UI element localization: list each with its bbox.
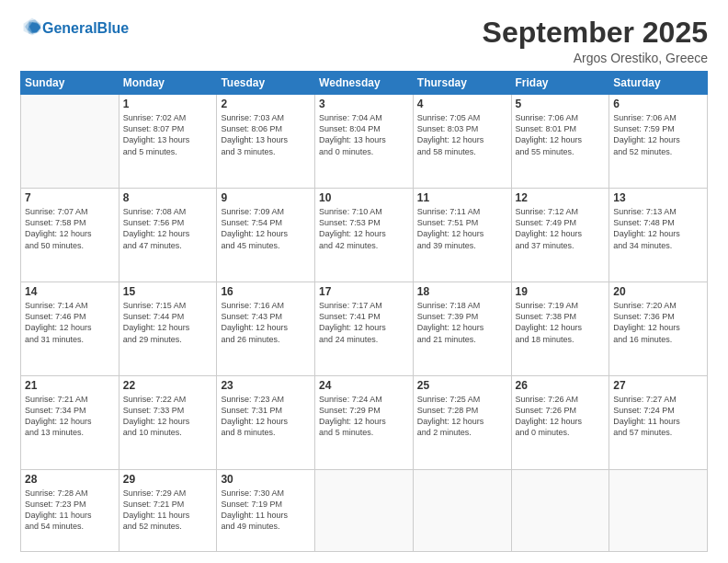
- logo-icon: [22, 17, 42, 37]
- day-number: 23: [221, 379, 311, 392]
- day-number: 10: [319, 191, 409, 204]
- header-sunday: Sunday: [21, 72, 119, 95]
- table-row: 27Sunrise: 7:27 AM Sunset: 7:24 PM Dayli…: [609, 376, 708, 470]
- cell-daylight-info: Sunrise: 7:21 AM Sunset: 7:34 PM Dayligh…: [25, 394, 115, 439]
- header-monday: Monday: [119, 72, 217, 95]
- cell-daylight-info: Sunrise: 7:27 AM Sunset: 7:24 PM Dayligh…: [613, 394, 703, 439]
- day-number: 27: [613, 379, 703, 392]
- cell-daylight-info: Sunrise: 7:06 AM Sunset: 8:01 PM Dayligh…: [516, 112, 606, 157]
- day-number: 19: [516, 285, 606, 298]
- table-row: [315, 470, 414, 552]
- day-number: 4: [417, 98, 507, 110]
- title-block: September 2025 Argos Orestiko, Greece: [483, 17, 708, 65]
- table-row: 5Sunrise: 7:06 AM Sunset: 8:01 PM Daylig…: [511, 95, 609, 189]
- logo-blue: Blue: [97, 20, 130, 36]
- day-number: 14: [25, 285, 115, 298]
- table-row: 19Sunrise: 7:19 AM Sunset: 7:38 PM Dayli…: [511, 282, 609, 376]
- cell-daylight-info: Sunrise: 7:30 AM Sunset: 7:19 PM Dayligh…: [221, 488, 311, 533]
- day-number: 29: [123, 473, 213, 486]
- location-subtitle: Argos Orestiko, Greece: [483, 51, 708, 65]
- cell-daylight-info: Sunrise: 7:24 AM Sunset: 7:29 PM Dayligh…: [319, 394, 409, 439]
- cell-daylight-info: Sunrise: 7:23 AM Sunset: 7:31 PM Dayligh…: [221, 394, 311, 439]
- header-tuesday: Tuesday: [217, 72, 315, 95]
- cell-daylight-info: Sunrise: 7:11 AM Sunset: 7:51 PM Dayligh…: [417, 206, 507, 251]
- header-wednesday: Wednesday: [315, 72, 414, 95]
- day-number: 26: [516, 379, 606, 392]
- table-row: 21Sunrise: 7:21 AM Sunset: 7:34 PM Dayli…: [21, 376, 119, 470]
- logo-general: General: [42, 20, 97, 36]
- day-number: 8: [123, 191, 213, 204]
- header-thursday: Thursday: [413, 72, 511, 95]
- header-saturday: Saturday: [609, 72, 708, 95]
- table-row: 3Sunrise: 7:04 AM Sunset: 8:04 PM Daylig…: [315, 95, 414, 189]
- day-number: 21: [25, 379, 115, 392]
- cell-daylight-info: Sunrise: 7:15 AM Sunset: 7:44 PM Dayligh…: [123, 300, 213, 345]
- cell-daylight-info: Sunrise: 7:28 AM Sunset: 7:23 PM Dayligh…: [25, 488, 115, 533]
- table-row: 24Sunrise: 7:24 AM Sunset: 7:29 PM Dayli…: [315, 376, 414, 470]
- table-row: [609, 470, 708, 552]
- cell-daylight-info: Sunrise: 7:06 AM Sunset: 7:59 PM Dayligh…: [613, 112, 703, 157]
- table-row: 20Sunrise: 7:20 AM Sunset: 7:36 PM Dayli…: [609, 282, 708, 376]
- table-row: 8Sunrise: 7:08 AM Sunset: 7:56 PM Daylig…: [119, 189, 217, 282]
- day-number: 2: [221, 98, 311, 110]
- cell-daylight-info: Sunrise: 7:25 AM Sunset: 7:28 PM Dayligh…: [417, 394, 507, 439]
- cell-daylight-info: Sunrise: 7:19 AM Sunset: 7:38 PM Dayligh…: [516, 300, 606, 345]
- day-number: 16: [221, 285, 311, 298]
- table-row: [21, 95, 119, 189]
- cell-daylight-info: Sunrise: 7:03 AM Sunset: 8:06 PM Dayligh…: [221, 112, 311, 157]
- cell-daylight-info: Sunrise: 7:16 AM Sunset: 7:43 PM Dayligh…: [221, 300, 311, 345]
- table-row: 14Sunrise: 7:14 AM Sunset: 7:46 PM Dayli…: [21, 282, 119, 376]
- day-number: 25: [417, 379, 507, 392]
- cell-daylight-info: Sunrise: 7:02 AM Sunset: 8:07 PM Dayligh…: [123, 112, 213, 157]
- cell-daylight-info: Sunrise: 7:13 AM Sunset: 7:48 PM Dayligh…: [613, 206, 703, 251]
- table-row: 13Sunrise: 7:13 AM Sunset: 7:48 PM Dayli…: [609, 189, 708, 282]
- cell-daylight-info: Sunrise: 7:14 AM Sunset: 7:46 PM Dayligh…: [25, 300, 115, 345]
- table-row: [511, 470, 609, 552]
- table-row: 22Sunrise: 7:22 AM Sunset: 7:33 PM Dayli…: [119, 376, 217, 470]
- cell-daylight-info: Sunrise: 7:26 AM Sunset: 7:26 PM Dayligh…: [516, 394, 606, 439]
- table-row: 23Sunrise: 7:23 AM Sunset: 7:31 PM Dayli…: [217, 376, 315, 470]
- day-number: 30: [221, 473, 311, 486]
- header: GeneralBlue September 2025 Argos Orestik…: [20, 17, 708, 65]
- table-row: 29Sunrise: 7:29 AM Sunset: 7:21 PM Dayli…: [119, 470, 217, 552]
- table-row: 18Sunrise: 7:18 AM Sunset: 7:39 PM Dayli…: [413, 282, 511, 376]
- table-row: 25Sunrise: 7:25 AM Sunset: 7:28 PM Dayli…: [413, 376, 511, 470]
- header-friday: Friday: [511, 72, 609, 95]
- day-number: 28: [25, 473, 115, 486]
- day-number: 20: [613, 285, 703, 298]
- table-row: 6Sunrise: 7:06 AM Sunset: 7:59 PM Daylig…: [609, 95, 708, 189]
- logo-text: GeneralBlue: [42, 20, 129, 37]
- table-row: 30Sunrise: 7:30 AM Sunset: 7:19 PM Dayli…: [217, 470, 315, 552]
- cell-daylight-info: Sunrise: 7:08 AM Sunset: 7:56 PM Dayligh…: [123, 206, 213, 251]
- cell-daylight-info: Sunrise: 7:20 AM Sunset: 7:36 PM Dayligh…: [613, 300, 703, 345]
- cell-daylight-info: Sunrise: 7:29 AM Sunset: 7:21 PM Dayligh…: [123, 488, 213, 533]
- logo: GeneralBlue: [20, 17, 129, 40]
- cell-daylight-info: Sunrise: 7:12 AM Sunset: 7:49 PM Dayligh…: [516, 206, 606, 251]
- cell-daylight-info: Sunrise: 7:09 AM Sunset: 7:54 PM Dayligh…: [221, 206, 311, 251]
- day-number: 3: [319, 98, 409, 110]
- table-row: 28Sunrise: 7:28 AM Sunset: 7:23 PM Dayli…: [21, 470, 119, 552]
- day-number: 11: [417, 191, 507, 204]
- calendar-table: Sunday Monday Tuesday Wednesday Thursday…: [20, 71, 708, 552]
- day-number: 12: [516, 191, 606, 204]
- table-row: 26Sunrise: 7:26 AM Sunset: 7:26 PM Dayli…: [511, 376, 609, 470]
- table-row: 15Sunrise: 7:15 AM Sunset: 7:44 PM Dayli…: [119, 282, 217, 376]
- day-number: 9: [221, 191, 311, 204]
- day-number: 1: [123, 98, 213, 110]
- table-row: 1Sunrise: 7:02 AM Sunset: 8:07 PM Daylig…: [119, 95, 217, 189]
- table-row: [413, 470, 511, 552]
- table-row: 17Sunrise: 7:17 AM Sunset: 7:41 PM Dayli…: [315, 282, 414, 376]
- month-title: September 2025: [483, 17, 708, 49]
- cell-daylight-info: Sunrise: 7:18 AM Sunset: 7:39 PM Dayligh…: [417, 300, 507, 345]
- table-row: 9Sunrise: 7:09 AM Sunset: 7:54 PM Daylig…: [217, 189, 315, 282]
- cell-daylight-info: Sunrise: 7:05 AM Sunset: 8:03 PM Dayligh…: [417, 112, 507, 157]
- day-number: 18: [417, 285, 507, 298]
- day-number: 22: [123, 379, 213, 392]
- day-number: 15: [123, 285, 213, 298]
- table-row: 4Sunrise: 7:05 AM Sunset: 8:03 PM Daylig…: [413, 95, 511, 189]
- day-number: 13: [613, 191, 703, 204]
- cell-daylight-info: Sunrise: 7:17 AM Sunset: 7:41 PM Dayligh…: [319, 300, 409, 345]
- day-number: 24: [319, 379, 409, 392]
- page: GeneralBlue September 2025 Argos Orestik…: [0, 0, 728, 563]
- table-row: 12Sunrise: 7:12 AM Sunset: 7:49 PM Dayli…: [511, 189, 609, 282]
